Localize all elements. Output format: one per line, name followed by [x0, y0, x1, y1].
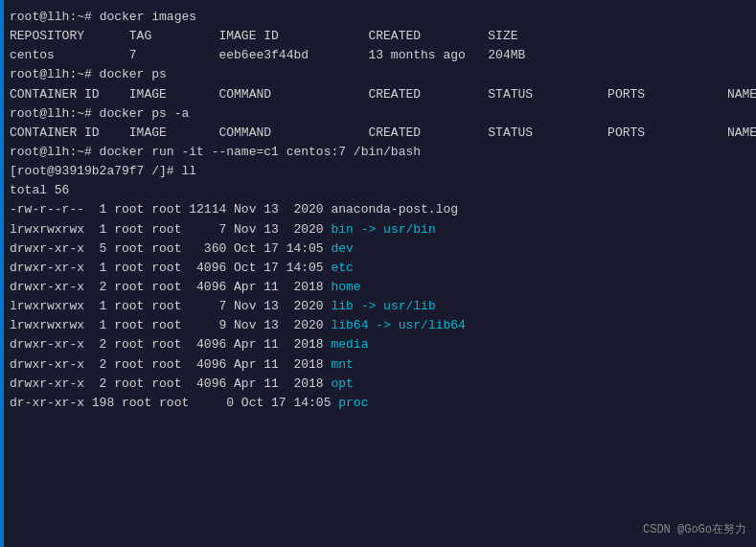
line-4: root@llh:~# docker ps — [10, 65, 746, 84]
line-16: lrwxrwxrwx 1 root root 7 Nov 13 2020 lib… — [10, 297, 746, 316]
line-8: root@llh:~# docker run -it --name=c1 cen… — [10, 143, 746, 162]
line-6: root@llh:~# docker ps -a — [10, 104, 746, 124]
line-15: drwxr-xr-x 2 root root 4096 Apr 11 2018 … — [10, 278, 746, 297]
line-19: drwxr-xr-x 2 root root 4096 Apr 11 2018 … — [10, 355, 746, 375]
line-20: drwxr-xr-x 2 root root 4096 Apr 11 2018 … — [10, 375, 746, 394]
line-9: [root@93919b2a79f7 /]# ll — [10, 162, 746, 181]
line-14: drwxr-xr-x 1 root root 4096 Oct 17 14:05… — [10, 259, 746, 278]
line-1: root@llh:~# docker images — [10, 8, 746, 27]
line-2: REPOSITORY TAG IMAGE ID CREATED SIZE — [10, 27, 746, 46]
line-17: lrwxrwxrwx 1 root root 9 Nov 13 2020 lib… — [10, 316, 746, 335]
line-5: CONTAINER ID IMAGE COMMAND CREATED STATU… — [10, 85, 746, 104]
line-18: drwxr-xr-x 2 root root 4096 Apr 11 2018 … — [10, 335, 746, 354]
line-12: lrwxrwxrwx 1 root root 7 Nov 13 2020 bin… — [10, 220, 746, 239]
line-13: drwxr-xr-x 5 root root 360 Oct 17 14:05 … — [10, 239, 746, 259]
line-7: CONTAINER ID IMAGE COMMAND CREATED STATU… — [10, 124, 746, 143]
left-bar — [0, 0, 4, 547]
watermark: CSDN @GoGo在努力 — [643, 521, 746, 537]
line-21: dr-xr-xr-x 198 root root 0 Oct 17 14:05 … — [10, 394, 746, 413]
line-3: centos 7 eeb6ee3f44bd 13 months ago 204M… — [10, 46, 746, 65]
terminal: root@llh:~# docker images REPOSITORY TAG… — [0, 0, 756, 547]
line-11: -rw-r--r-- 1 root root 12114 Nov 13 2020… — [10, 200, 746, 219]
line-10: total 56 — [10, 181, 746, 200]
